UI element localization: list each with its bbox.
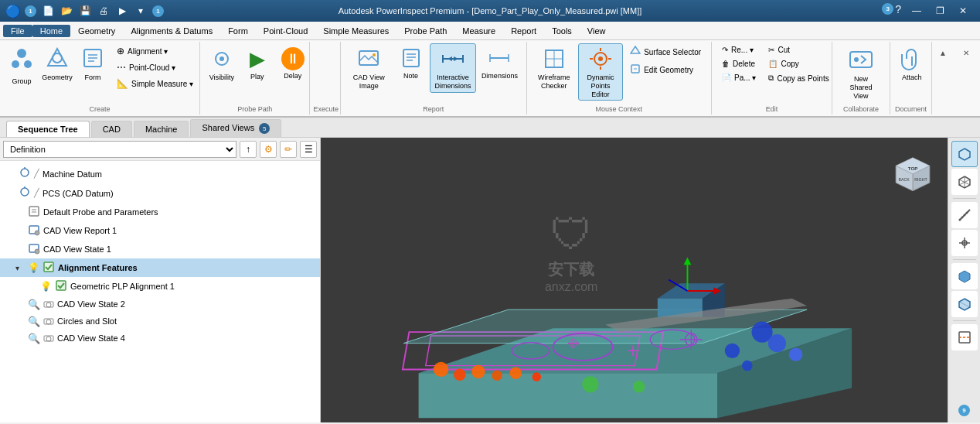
rt-snap-btn[interactable] [951, 230, 978, 256]
tree-item-geometric-plp[interactable]: 💡 Geometric PLP Alignment 1 [0, 277, 320, 296]
note-button[interactable]: Note [394, 43, 428, 83]
new-shared-view-button[interactable]: New Shared View [837, 43, 885, 102]
new-icon[interactable]: 📄 [41, 4, 55, 18]
copy-as-points-label: Copy as Points [777, 74, 829, 83]
rt-divider-3 [953, 320, 976, 321]
tree-item-cad-view-report1[interactable]: CAD View Report 1 [0, 221, 320, 240]
svg-point-1 [12, 60, 19, 68]
ribbon-group-edit: ↷ Re... ▾ 🗑 Delete 📄 Pa... ▾ ✂ Cut [712, 42, 832, 115]
view-cube[interactable]: TOP RIGHT BACK [886, 145, 940, 200]
viewport: 🛡 安下载 anxz.com TOP RIGHT BACK [321, 138, 980, 422]
svg-text:BACK: BACK [898, 177, 910, 182]
group-button[interactable]: Group [5, 43, 39, 88]
rt-wireframe-btn[interactable] [951, 169, 978, 195]
panel-up-btn[interactable]: ↑ [240, 141, 257, 158]
svg-point-29 [598, 56, 603, 61]
ribbon-group-document-content: Attach [895, 43, 927, 105]
visibility-button[interactable]: Visibility [205, 43, 239, 84]
pointcloud-button[interactable]: ⋯ Point-Cloud ▾ [111, 60, 199, 75]
menu-home[interactable]: Home [32, 25, 70, 37]
window-controls: 3 ? — ❐ ✕ [882, 3, 974, 19]
minimize-btn[interactable]: — [906, 3, 927, 19]
menu-form[interactable]: Form [220, 25, 256, 37]
print-icon[interactable]: 🖨 [97, 4, 111, 18]
menu-pointcloud[interactable]: Point-Cloud [256, 25, 315, 37]
app-icon: 🔵 [6, 4, 20, 18]
tree-item-pcs-datum[interactable]: ╱ PCS (CAD Datum) [0, 183, 320, 203]
tree-item-machine-datum[interactable]: ╱ Machine Datum [0, 164, 320, 183]
panel-filter-btn[interactable]: ⚙ [260, 141, 277, 158]
menu-geometry[interactable]: Geometry [70, 25, 123, 37]
group-label: Group [12, 77, 31, 86]
menu-file[interactable]: File [3, 25, 32, 37]
cadview-image-button[interactable]: CAD View Image [345, 43, 393, 93]
view-cube-svg: TOP RIGHT BACK [886, 145, 940, 200]
menu-measure[interactable]: Measure [454, 25, 503, 37]
copy-as-points-button[interactable]: ⧉ Copy as Points [763, 71, 834, 85]
menu-probepath[interactable]: Probe Path [396, 25, 454, 37]
rt-badge-9: 9 [958, 405, 970, 416]
menu-simplemeasures[interactable]: Simple Measures [315, 25, 396, 37]
cut-button[interactable]: ✂ Cut [763, 43, 834, 56]
surface-selector-button[interactable]: Surface Selector [624, 43, 706, 60]
tab-sequence-tree[interactable]: Sequence Tree [6, 121, 90, 137]
interactive-dimensions-button[interactable]: Interactive Dimensions [430, 43, 477, 93]
menu-tools[interactable]: Tools [544, 25, 580, 37]
edit-geometry-button[interactable]: Edit Geometry [624, 61, 706, 78]
svg-point-77 [742, 361, 753, 371]
alignment-button[interactable]: ⊕ Alignment ▾ [111, 43, 199, 59]
form-button[interactable]: Form [76, 43, 110, 84]
rt-measure-btn[interactable] [951, 202, 978, 228]
dimensions-button[interactable]: Dimensions [478, 43, 521, 83]
delay-button[interactable]: ⏸ Delay [276, 43, 310, 83]
delete-button[interactable]: 🗑 Delete [716, 57, 761, 70]
ribbon-minimize-btn[interactable]: ▲ [932, 45, 954, 60]
menu-report[interactable]: Report [503, 25, 544, 37]
tab-machine[interactable]: Machine [134, 121, 189, 137]
rt-transparency-btn[interactable] [951, 291, 978, 317]
menu-alignments[interactable]: Alignments & Datums [123, 25, 220, 37]
tree-item-alignment-features[interactable]: ▾ 💡 Alignment Features [0, 258, 320, 277]
default-probe-icon [28, 205, 40, 219]
open-icon[interactable]: 📂 [60, 4, 73, 18]
cad-view-report1-icon [28, 224, 40, 238]
cad-view-report1-label: CAD View Report 1 [43, 226, 117, 235]
tab-shared-views[interactable]: Shared Views 5 [190, 119, 281, 138]
paste-label: Pa... ▾ [734, 74, 756, 82]
attach-button[interactable]: Attach [895, 43, 929, 84]
geometry-button[interactable]: Geometry [40, 43, 74, 84]
paste-button[interactable]: 📄 Pa... ▾ [716, 71, 761, 84]
tree-item-default-probe[interactable]: Default Probe and Parameters [0, 203, 320, 221]
play-button[interactable]: ▶ Play [240, 43, 274, 84]
tab-cad[interactable]: CAD [91, 121, 132, 137]
ribbon-group-collaborate: New Shared View Collaborate [832, 42, 890, 115]
panel-edit-btn[interactable]: ✏ [280, 141, 297, 158]
svg-point-70 [532, 372, 541, 381]
simplemeasure-button[interactable]: 📐 Simple Measure ▾ [111, 76, 199, 91]
close-btn[interactable]: ✕ [952, 3, 974, 19]
rt-box-btn[interactable] [951, 141, 978, 167]
dynamic-points-editor-button[interactable]: Dynamic Points Editor [578, 43, 623, 101]
rt-section-btn[interactable] [951, 324, 978, 350]
tree-item-cad-view-state2[interactable]: 🔍 CAD View State 2 [0, 296, 320, 313]
redo-button[interactable]: ↷ Re... ▾ [716, 43, 761, 56]
tree-item-circles-slot[interactable]: 🔍 Circles and Slot [0, 313, 320, 330]
tree-item-cad-view-state1[interactable]: CAD View State 1 [0, 240, 320, 258]
dropdown-icon[interactable]: ▾ [134, 4, 148, 18]
geometric-plp-check-icon [55, 279, 67, 293]
copy-button[interactable]: 📋 Copy [763, 57, 834, 70]
wireframe-checker-button[interactable]: Wireframe Checker [532, 43, 577, 93]
rt-solid-btn[interactable] [951, 263, 978, 289]
restore-btn[interactable]: ❐ [929, 3, 951, 19]
panel-dropdown[interactable]: Definition Characteristics Features [3, 141, 236, 158]
dimensions-icon [488, 47, 510, 70]
panel-view-btn[interactable]: ☰ [300, 141, 317, 158]
menu-view[interactable]: View [580, 25, 614, 37]
svg-point-76 [789, 347, 802, 361]
save-icon[interactable]: 💾 [78, 4, 92, 18]
play-icon[interactable]: ▶ [115, 4, 129, 18]
help-badge: 3 [882, 3, 893, 15]
tree-item-cad-view-state4[interactable]: 🔍 CAD View State 4 [0, 330, 320, 347]
help-btn[interactable]: ? [895, 3, 901, 19]
ribbon-close-btn[interactable]: ✕ [955, 45, 977, 60]
